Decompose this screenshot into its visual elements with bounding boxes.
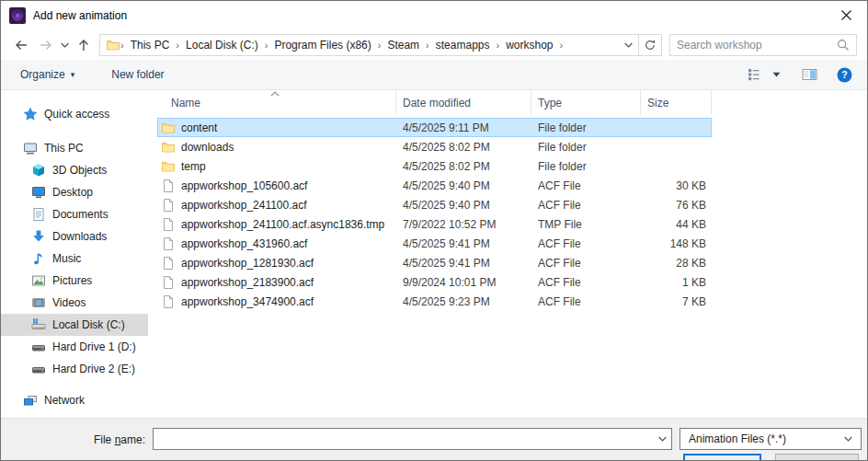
forward-button[interactable] [33, 33, 58, 57]
sidebar-item-quick-access[interactable]: Quick access [1, 103, 148, 125]
name-cell: appworkshop_431960.acf [157, 236, 396, 251]
recent-locations-button[interactable] [58, 33, 72, 57]
breadcrumb-local-disk-c[interactable]: Local Disk (C:) [179, 39, 265, 52]
file-row-temp[interactable]: temp 4/5/2025 8:02 PM File folder [157, 156, 712, 176]
file-name-dropdown-button[interactable] [654, 429, 671, 449]
file-name-combobox[interactable] [153, 428, 672, 450]
file-type: ACF File [531, 199, 641, 212]
sidebar-item-hard-drive-1-d[interactable]: Hard Drive 1 (D:) [1, 336, 148, 358]
name-cell: content [157, 121, 396, 135]
file-row-appworkshop-2183900[interactable]: appworkshop_2183900.acf 9/9/2024 10:01 P… [157, 272, 712, 292]
file-name: appworkshop_431960.acf [181, 237, 307, 250]
file-row-appworkshop-431960[interactable]: appworkshop_431960.acf 4/5/2025 9:41 PM … [157, 234, 712, 253]
sidebar-label: Documents [52, 208, 108, 221]
document-icon [31, 207, 46, 222]
new-folder-button[interactable]: New folder [103, 63, 172, 86]
organize-label: Organize [20, 68, 65, 81]
help-button[interactable]: ? [833, 63, 856, 86]
preview-pane-button[interactable] [798, 63, 821, 86]
search-box[interactable] [669, 34, 857, 56]
column-header-size[interactable]: Size [641, 90, 712, 115]
new-folder-label: New folder [111, 68, 164, 81]
sidebar-item-local-disk-c[interactable]: Local Disk (C:) [1, 314, 148, 336]
sidebar-item-hard-drive-2-e[interactable]: Hard Drive 2 (E:) [1, 358, 148, 380]
sidebar-item-this-pc[interactable]: This PC [1, 137, 148, 159]
file-row-appworkshop-3474900[interactable]: appworkshop_3474900.acf 4/5/2025 9:23 PM… [157, 292, 712, 311]
file-row-appworkshop-1281930[interactable]: appworkshop_1281930.acf 4/5/2025 9:41 PM… [157, 253, 712, 272]
sidebar-item-network[interactable]: Network [1, 389, 148, 411]
address-dropdown-button[interactable] [618, 35, 638, 55]
column-label: Date modified [403, 97, 471, 109]
name-cell: appworkshop_241100.acf.async1836.tmp [157, 217, 396, 232]
file-type: ACF File [531, 276, 641, 289]
star-icon [23, 107, 38, 121]
folder-icon [161, 159, 176, 174]
organize-button[interactable]: Organize ▾ [12, 63, 83, 86]
file-type: File folder [531, 160, 641, 173]
chevron-down-icon [844, 436, 852, 442]
file-name: content [181, 121, 217, 134]
search-input[interactable] [677, 39, 837, 52]
file-row-downloads[interactable]: downloads 4/5/2025 8:02 PM File folder [157, 137, 712, 156]
app-icon [9, 7, 26, 24]
cancel-button[interactable] [775, 454, 859, 461]
file-name-input[interactable] [154, 429, 654, 449]
breadcrumb-program-files-x86[interactable]: Program Files (x86) [268, 39, 377, 52]
file-row-appworkshop-241100[interactable]: appworkshop_241100.acf 4/5/2025 9:40 PM … [157, 195, 712, 214]
up-button[interactable] [72, 33, 96, 57]
sidebar-label: Hard Drive 1 (D:) [52, 340, 136, 353]
file-icon [161, 275, 176, 290]
refresh-button[interactable] [638, 35, 661, 55]
sidebar-item-downloads[interactable]: Downloads [1, 225, 148, 248]
file-icon [161, 217, 176, 232]
file-date: 4/5/2025 9:40 PM [396, 199, 531, 212]
breadcrumb-this-pc[interactable]: This PC [124, 39, 177, 52]
back-button[interactable] [8, 33, 33, 57]
address-bar[interactable]: › This PC › Local Disk (C:) › Program Fi… [99, 34, 662, 56]
file-row-appworkshop-105600[interactable]: appworkshop_105600.acf 4/5/2025 9:40 PM … [157, 176, 712, 195]
sidebar-spacer [1, 380, 148, 389]
file-name: appworkshop_1281930.acf [181, 257, 314, 270]
sidebar-label: Local Disk (C:) [52, 318, 125, 331]
column-header-date-modified[interactable]: Date modified [396, 90, 531, 115]
file-date: 7/9/2022 10:52 PM [396, 218, 531, 231]
sidebar-item-music[interactable]: Music [1, 248, 148, 270]
view-options-dropdown[interactable] [769, 63, 784, 86]
file-size: 1 KB [641, 276, 712, 289]
file-rows: content 4/5/2025 9:11 PM File folder dow… [157, 118, 712, 311]
sidebar-item-documents[interactable]: Documents [1, 203, 148, 225]
sidebar-label: Hard Drive 2 (E:) [52, 363, 135, 375]
file-size: 148 KB [641, 237, 712, 250]
file-icon [161, 236, 176, 251]
file-row-content[interactable]: content 4/5/2025 9:11 PM File folder [157, 118, 712, 137]
navigation-pane: Quick access This PC 3D Objects Deskto [1, 90, 148, 418]
breadcrumb-steam[interactable]: Steam [381, 39, 426, 52]
title-bar: Add new animation [1, 1, 867, 29]
sort-ascending-icon [270, 91, 280, 97]
change-view-button[interactable] [744, 63, 766, 86]
close-button[interactable] [825, 1, 867, 29]
column-header-type[interactable]: Type [531, 90, 641, 115]
name-cell: appworkshop_241100.acf [157, 198, 396, 213]
file-type-dropdown-button[interactable] [839, 436, 857, 442]
preview-pane-icon [802, 67, 817, 82]
file-row-appworkshop-241100-tmp[interactable]: appworkshop_241100.acf.async1836.tmp 7/9… [157, 214, 712, 234]
sidebar-item-3d-objects[interactable]: 3D Objects [1, 159, 148, 181]
breadcrumb-steamapps[interactable]: steamapps [429, 39, 497, 52]
file-name: appworkshop_241100.acf [181, 199, 307, 212]
forward-arrow-icon [39, 38, 53, 52]
sidebar-item-videos[interactable]: Videos [1, 292, 148, 314]
file-name: appworkshop_105600.acf [181, 179, 307, 192]
breadcrumb-workshop[interactable]: workshop [499, 39, 559, 52]
search-icon[interactable] [837, 39, 850, 52]
open-button[interactable] [683, 454, 761, 461]
sidebar-label: Quick access [44, 108, 109, 121]
file-size: 30 KB [641, 179, 712, 192]
sidebar-item-desktop[interactable]: Desktop [1, 181, 148, 203]
sidebar-label: Music [52, 252, 81, 265]
column-label: Size [647, 97, 668, 109]
chevron-down-icon [772, 72, 781, 77]
list-header: Name Date modified Type Size [148, 90, 867, 115]
sidebar-item-pictures[interactable]: Pictures [1, 270, 148, 292]
file-type-select[interactable]: Animation Files (*.*) [680, 428, 862, 450]
